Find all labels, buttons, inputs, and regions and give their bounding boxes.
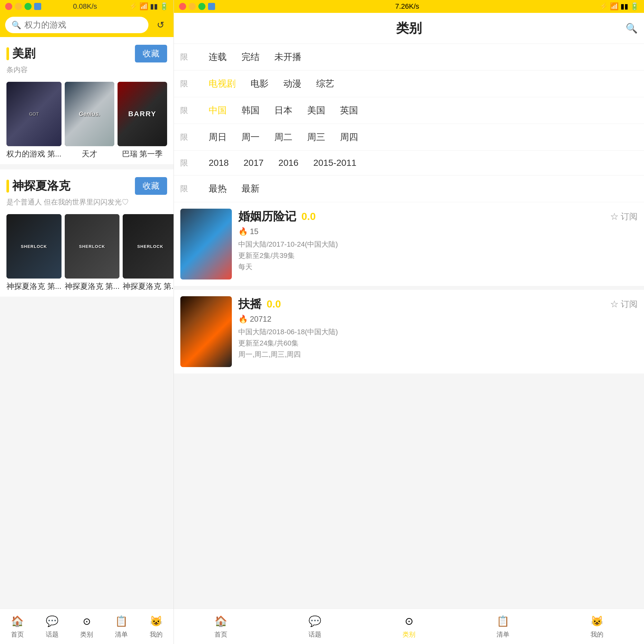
subscribe-btn-0[interactable]: ☆ 订阅 xyxy=(610,211,638,222)
right-nav-home-label: 首页 xyxy=(214,630,227,639)
network-speed: 0.08K/s xyxy=(73,2,97,11)
filter-options-0: 连载 完结 未开播 xyxy=(206,50,638,64)
right-nav-category[interactable]: ⊙ 类别 xyxy=(362,614,456,639)
filter-opt-3-2[interactable]: 周二 xyxy=(272,130,295,145)
status-icons: ⚡ 📶 ▮▮ 🔋 xyxy=(129,2,168,11)
meta-line-3-1: 周一,周二,周三,周四 xyxy=(238,349,638,360)
filter-opt-2-3[interactable]: 美国 xyxy=(305,103,328,118)
collect-button-2[interactable]: 收藏 xyxy=(135,177,167,195)
sherlock-label-1: SHERLOCK xyxy=(79,244,105,249)
filter-opt-5-0[interactable]: 最热 xyxy=(206,181,229,196)
battery-icon: 🔋 xyxy=(160,2,168,11)
right-close-circle[interactable] xyxy=(179,3,186,10)
sherlock-card-0[interactable]: SHERLOCK 神探夏洛克 第... xyxy=(6,214,62,291)
subscribe-btn-1[interactable]: ☆ 订阅 xyxy=(610,298,638,310)
filter-row-3: 限 周日 周一 周二 周三 周四 xyxy=(174,124,644,151)
filter-opt-1-3[interactable]: 综艺 xyxy=(314,76,337,91)
content-poster-0 xyxy=(180,209,232,279)
movie-title-1: 天才 xyxy=(65,149,114,159)
movie-card-2[interactable]: BARRY 巴瑞 第一季 xyxy=(118,82,167,159)
right-minimize-circle[interactable] xyxy=(189,3,196,10)
bluetooth-icon: ⚡ xyxy=(129,2,137,11)
filter-opt-3-0[interactable]: 周日 xyxy=(206,130,229,145)
close-circle[interactable] xyxy=(5,3,12,10)
content-item-1[interactable]: 扶摇 0.0 ☆ 订阅 🔥 20712 中国大陆/2018-06-18(中国大陆… xyxy=(174,290,644,374)
movie-card-0[interactable]: GOT 权力的游戏 第... xyxy=(6,82,62,159)
right-nav-home[interactable]: 🏠 首页 xyxy=(174,614,268,639)
sherlock-card-1[interactable]: SHERLOCK 神探夏洛克 第... xyxy=(65,214,120,291)
right-nav-topic-label: 话题 xyxy=(308,630,321,639)
left-nav-category-label: 类别 xyxy=(80,630,93,639)
movie-card-1[interactable]: Genius. 天才 xyxy=(65,82,114,159)
filter-opt-0-1[interactable]: 完结 xyxy=(239,50,262,64)
sherlock-header: 神探夏洛克 收藏 xyxy=(0,169,174,197)
left-nav-mine[interactable]: 😺 我的 xyxy=(139,614,174,639)
filter-opt-4-2[interactable]: 2016 xyxy=(276,156,301,169)
right-app-icon[interactable] xyxy=(208,3,215,10)
sherlock-poster-1: SHERLOCK xyxy=(65,214,120,279)
right-nav-mine-label: 我的 xyxy=(591,630,603,639)
filter-opt-4-3[interactable]: 2015-2011 xyxy=(311,156,359,169)
movie-title-0: 权力的游戏 第... xyxy=(6,149,62,159)
filter-opt-3-1[interactable]: 周一 xyxy=(239,130,262,145)
filter-opt-1-2[interactable]: 动漫 xyxy=(281,76,304,91)
sherlock-title-2: 神探夏洛克 第... xyxy=(123,281,174,291)
left-nav-home[interactable]: 🏠 首页 xyxy=(0,614,35,639)
search-icon: 🔍 xyxy=(12,21,21,30)
right-maximize-circle[interactable] xyxy=(198,3,205,10)
poster-inner-1: Genius. xyxy=(65,82,114,146)
filter-opt-2-4[interactable]: 英国 xyxy=(337,103,361,118)
content-hot-0: 🔥 15 xyxy=(238,227,638,236)
sherlock-label-2: SHERLOCK xyxy=(137,244,163,249)
american-drama-grid: GOT 权力的游戏 第... Genius. 天才 BARRY 巴瑞 第一季 xyxy=(0,79,174,164)
filter-opt-0-0[interactable]: 连载 xyxy=(206,50,229,64)
sherlock-poster-0: SHERLOCK xyxy=(6,214,62,279)
list-icon: 📋 xyxy=(114,614,128,628)
left-nav-topic[interactable]: 💬 话题 xyxy=(35,614,70,639)
content-list: 婚姻历险记 0.0 ☆ 订阅 🔥 15 中国大陆/2017-10-24(中国大陆… xyxy=(174,202,644,609)
right-category-icon: ⊙ xyxy=(402,614,416,628)
collect-button-1[interactable]: 收藏 xyxy=(135,45,167,62)
filter-opt-1-1[interactable]: 电影 xyxy=(248,76,271,91)
meta-line-3-0: 每天 xyxy=(238,261,638,272)
content-title-0: 婚姻历险记 xyxy=(238,209,296,224)
sherlock-title: 神探夏洛克 xyxy=(12,178,70,194)
minimize-circle[interactable] xyxy=(15,3,22,10)
poster-label-0: GOT xyxy=(28,110,40,118)
content-title-row-1: 扶摇 0.0 ☆ 订阅 xyxy=(238,296,638,312)
filter-opt-2-2[interactable]: 日本 xyxy=(272,103,295,118)
filter-opt-4-1[interactable]: 2017 xyxy=(241,156,266,169)
filter-opt-1-0[interactable]: 电视剧 xyxy=(206,76,238,91)
right-nav-list[interactable]: 📋 清单 xyxy=(456,614,550,639)
content-item-0[interactable]: 婚姻历险记 0.0 ☆ 订阅 🔥 15 中国大陆/2017-10-24(中国大陆… xyxy=(174,202,644,286)
topic-icon: 💬 xyxy=(45,614,59,628)
search-input[interactable] xyxy=(24,20,142,30)
sherlock-card-2[interactable]: SHERLOCK 神探夏洛克 第... xyxy=(123,214,174,291)
category-search-icon[interactable]: 🔍 xyxy=(626,23,638,34)
app-icon[interactable] xyxy=(34,3,41,10)
mine-icon: 😺 xyxy=(149,614,163,628)
sherlock-poster-inner-0: SHERLOCK xyxy=(6,214,62,279)
filter-opt-3-4[interactable]: 周四 xyxy=(337,130,361,145)
filter-opt-3-3[interactable]: 周三 xyxy=(305,130,328,145)
filter-opt-5-1[interactable]: 最新 xyxy=(239,181,262,196)
left-nav-list[interactable]: 📋 清单 xyxy=(104,614,139,639)
filter-row-4: 限 2018 2017 2016 2015-2011 xyxy=(174,151,644,175)
filter-opt-4-0[interactable]: 2018 xyxy=(206,156,231,169)
filter-row-5: 限 最热 最新 xyxy=(174,175,644,202)
category-icon: ⊙ xyxy=(80,614,94,628)
content-hot-1: 🔥 20712 xyxy=(238,315,638,324)
left-nav-category[interactable]: ⊙ 类别 xyxy=(70,614,104,639)
right-nav-mine[interactable]: 😺 我的 xyxy=(550,614,644,639)
right-app-window-controls xyxy=(179,3,215,10)
home-icon: 🏠 xyxy=(10,614,24,628)
search-input-wrap[interactable]: 🔍 xyxy=(5,17,148,33)
left-status-bar: 0.08K/s ⚡ 📶 ▮▮ 🔋 xyxy=(0,0,174,13)
filter-opt-0-2[interactable]: 未开播 xyxy=(272,50,304,64)
search-button[interactable]: ↺ xyxy=(152,17,168,33)
filter-opt-2-0[interactable]: 中国 xyxy=(206,103,229,118)
filter-options-4: 2018 2017 2016 2015-2011 xyxy=(206,156,638,169)
maximize-circle[interactable] xyxy=(24,3,32,10)
filter-opt-2-1[interactable]: 韩国 xyxy=(239,103,262,118)
right-nav-topic[interactable]: 💬 话题 xyxy=(268,614,362,639)
